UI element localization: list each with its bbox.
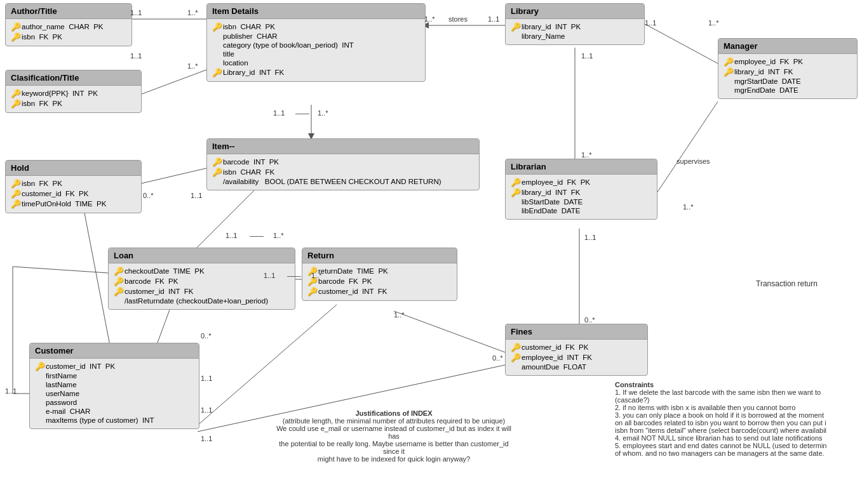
table-row: mgrStartDate DATE <box>724 77 852 86</box>
table-row: 🔑 customer_id FK PK <box>511 342 642 352</box>
field-label: libStartDate DATE <box>522 198 583 206</box>
entity-fines-header: Fines <box>506 324 647 340</box>
justification-header: Justifications of INDEX <box>273 409 515 417</box>
diagram-container: Author/Title 🔑 author_name CHAR PK 🔑 isb… <box>0 0 862 504</box>
field-label: customer_id INT FK <box>318 288 387 295</box>
mult-label: 1..* <box>424 15 435 23</box>
table-row: amountDue FLOAT <box>511 362 642 371</box>
entity-library-header: Library <box>506 4 644 19</box>
field-label: isbn CHAR PK <box>223 23 275 30</box>
table-row: mgrEndDate DATE <box>724 86 852 95</box>
mult-label: 1..1 <box>488 15 499 23</box>
svg-line-11 <box>654 102 718 197</box>
table-row: 🔑 isbn CHAR PK <box>212 22 420 32</box>
table-row: category (type of book/loan_period) INT <box>212 41 420 50</box>
field-label: library_id INT PK <box>522 23 581 30</box>
key-icon-gold: 🔑 <box>11 179 20 188</box>
table-row: lastName <box>35 380 194 389</box>
table-row: 🔑 customer_id INT FK <box>307 286 452 296</box>
entity-librarian-body: 🔑 employee_id FK PK 🔑 library_id INT FK … <box>506 175 657 219</box>
key-icon-gold: 🔑 <box>511 22 520 31</box>
mult-label: —— <box>295 109 309 117</box>
field-label: customer_id INT PK <box>46 362 115 370</box>
mult-label: 1..1 <box>584 234 596 241</box>
key-icon-gold: 🔑 <box>511 343 520 352</box>
entity-item-body: 🔑 barcode INT PK 🔑 isbn CHAR FK /availab… <box>207 154 479 190</box>
stores-label: stores <box>448 15 468 23</box>
entity-manager: Manager 🔑 employee_id FK PK 🔑 library_id… <box>718 38 858 99</box>
entity-item-details: Item Details 🔑 isbn CHAR PK publisher CH… <box>206 3 426 82</box>
mult-label: 0..* <box>201 332 212 340</box>
svg-line-14 <box>394 311 505 352</box>
mult-label: —— <box>287 272 301 279</box>
field-label: customer_id FK PK <box>522 343 588 351</box>
field-label: isbn FK PK <box>22 180 62 187</box>
entity-hold-body: 🔑 isbn FK PK 🔑 customer_id FK PK 🔑 timeP… <box>6 176 141 213</box>
table-row: 🔑 timePutOnHold TIME PK <box>11 199 136 209</box>
field-label: returnDate TIME PK <box>318 267 388 275</box>
field-label: userName <box>46 390 79 397</box>
entity-author-title-body: 🔑 author_name CHAR PK 🔑 isbn FK PK <box>6 19 131 46</box>
entity-item-details-header: Item Details <box>207 4 425 19</box>
field-label: Library_id INT FK <box>223 69 284 76</box>
field-label: employee_id INT FK <box>522 354 592 361</box>
key-icon-gold: 🔑 <box>11 22 20 31</box>
table-row: 🔑 keyword{PPK} INT PK <box>11 88 136 98</box>
field-label: mgrEndDate DATE <box>734 86 798 94</box>
entity-item-details-body: 🔑 isbn CHAR PK publisher CHAR category (… <box>207 19 425 81</box>
entity-item: Item-- 🔑 barcode INT PK 🔑 isbn CHAR FK /… <box>206 138 480 190</box>
entity-return-header: Return <box>302 248 457 263</box>
mult-label: 0..* <box>584 316 595 324</box>
justification-text: Justifications of INDEX (attribute lengt… <box>273 409 515 463</box>
field-label: maxItems (type of customer) INT <box>46 416 154 424</box>
svg-line-1 <box>138 70 206 95</box>
field-label: category (type of book/loan_period) INT <box>223 41 354 49</box>
field-label: checkoutDate TIME PK <box>125 267 205 275</box>
table-row: 🔑 isbn FK PK <box>11 98 136 109</box>
entity-classification-title-header: Clasification/Title <box>6 70 141 86</box>
table-row: title <box>212 50 420 58</box>
svg-line-7 <box>138 168 206 184</box>
entity-loan-header: Loan <box>109 248 295 263</box>
mult-label: 1..1 <box>130 9 142 17</box>
mult-label: 1..* <box>318 109 328 117</box>
field-label: firstName <box>46 372 77 380</box>
mult-label: 1..* <box>187 62 198 70</box>
mult-label: 1..1 <box>273 109 285 117</box>
field-label: title <box>223 50 234 58</box>
mult-label: 1..1 <box>201 375 212 382</box>
table-row: 🔑 customer_id INT FK <box>114 286 290 296</box>
table-row: library_Name <box>511 32 639 41</box>
field-label: barcode FK PK <box>318 277 372 285</box>
field-label: customer_id FK PK <box>22 190 88 197</box>
entity-fines-body: 🔑 customer_id FK PK 🔑 employee_id INT FK… <box>506 340 647 375</box>
table-row: 🔑 employee_id FK PK <box>724 56 852 67</box>
field-label: library_Name <box>522 32 565 40</box>
justification-body: (attribute length, the minimal number of… <box>273 417 515 463</box>
key-icon-gold: 🔑 <box>11 89 20 98</box>
entity-library: Library 🔑 library_id INT PK library_Name <box>505 3 645 45</box>
key-icon-gold: 🔑 <box>114 267 123 275</box>
table-row: publisher CHAR <box>212 32 420 41</box>
key-icon-gold: 🔑 <box>212 22 221 31</box>
mult-label: 0..* <box>143 192 154 199</box>
table-row: 🔑 barcode FK PK <box>307 276 452 286</box>
field-label: publisher CHAR <box>223 32 278 40</box>
entity-fines: Fines 🔑 customer_id FK PK 🔑 employee_id … <box>505 324 648 376</box>
entity-hold-header: Hold <box>6 161 141 176</box>
entity-loan-body: 🔑 checkoutDate TIME PK 🔑 barcode FK PK 🔑… <box>109 263 295 309</box>
table-row: 🔑 isbn CHAR FK <box>212 167 474 177</box>
table-row: firstName <box>35 371 194 380</box>
field-label: lastName <box>46 381 77 388</box>
table-row: /availability BOOL (DATE BETWEEN CHECKOU… <box>212 177 474 186</box>
mult-label: 1..1 <box>581 52 593 60</box>
entity-author-title-header: Author/Title <box>6 4 131 19</box>
field-label: employee_id FK PK <box>734 58 803 65</box>
constraints-body: 1. If we delete the last barcode with th… <box>615 388 856 457</box>
mult-label: 1..* <box>581 151 592 159</box>
table-row: 🔑 customer_id INT PK <box>35 361 194 371</box>
key-icon-gold: 🔑 <box>11 32 20 41</box>
key-icon-gold: 🔑 <box>511 178 520 187</box>
table-row: 🔑 returnDate TIME PK <box>307 266 452 276</box>
key-icon-gold: 🔑 <box>35 362 44 371</box>
